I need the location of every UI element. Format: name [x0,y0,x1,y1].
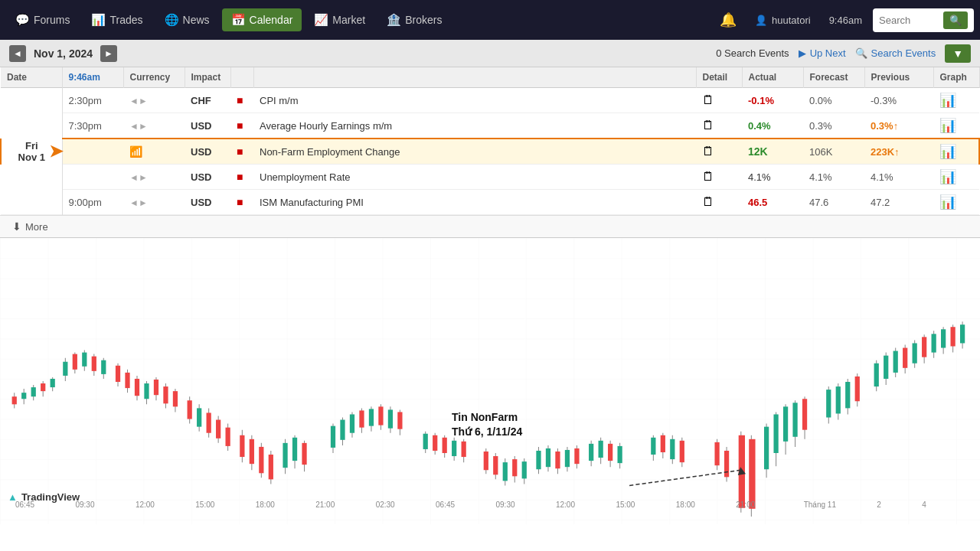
bell-icon[interactable]: 🔔 [712,11,744,28]
svg-rect-159 [922,337,926,357]
table-row: ◄► USD ■ Unemployment Rate 🗒 4.1% 4.1% 4… [1,165,979,190]
svg-rect-21 [101,360,106,374]
actual-cell: 12K [742,139,803,165]
svg-rect-157 [913,343,917,363]
forecast-cell: 106K [803,139,864,165]
col-forecast: Forecast [803,67,864,88]
svg-rect-123 [714,442,719,465]
currency-cell: USD [185,113,230,139]
more-button[interactable]: ⬇ More [0,215,980,237]
svg-rect-79 [433,435,437,451]
svg-rect-9 [41,383,45,391]
forums-label: Forums [34,14,70,26]
current-event-arrow: ➤ [49,142,63,161]
svg-rect-109 [599,441,603,458]
search-input[interactable] [879,15,940,26]
events-table: Date 9:46am Currency Impact Detail Actua… [0,67,980,215]
svg-rect-147 [855,377,860,401]
svg-rect-43 [216,420,220,439]
graph-cell[interactable]: 📊 [933,139,979,165]
detail-cell[interactable]: 🗒 [696,139,742,165]
svg-rect-129 [749,439,755,509]
search-button[interactable]: 🔍 [943,11,968,29]
svg-rect-97 [536,451,541,469]
graph-cell[interactable]: 📊 [933,190,979,215]
event-time: 9:00pm [62,190,123,215]
svg-rect-51 [259,447,263,473]
svg-rect-131 [764,427,769,470]
previous-cell: 4.1% [864,165,933,190]
svg-rect-65 [350,414,354,432]
calendar-label: Calendar [250,14,293,26]
actual-cell: 0.4% [742,113,803,139]
svg-rect-17 [82,353,87,367]
impact-cell: ■ [230,165,253,190]
svg-rect-95 [522,461,527,478]
actual-cell: 4.1% [742,165,803,190]
svg-rect-161 [932,334,936,352]
up-next-button[interactable]: ▶ Up Next [799,47,846,59]
svg-rect-101 [555,452,560,468]
graph-cell[interactable]: 📊 [933,113,979,139]
svg-rect-37 [188,400,192,419]
chart-area: TRADEPTKT.COM DXY · 15 · TVC R v 2 USD 1… [0,237,980,524]
svg-rect-41 [207,412,211,432]
prev-date-button[interactable]: ◄ [9,45,26,62]
calendar-date-label: Nov 1, 2024 [34,47,93,60]
impact-cell: ■ [230,139,253,165]
detail-cell[interactable]: 🗒 [696,165,742,190]
search-events-button[interactable]: 🔍 Search Events [855,47,936,59]
filter-button[interactable]: ▼ [945,44,971,63]
detail-cell[interactable]: 🗒 [696,88,742,113]
detail-cell[interactable]: 🗒 [696,190,742,215]
detail-cell[interactable]: 🗒 [696,113,742,139]
user-avatar-icon: 👤 [755,15,767,26]
impact-cell: ■ [230,190,253,215]
graph-cell[interactable]: 📊 [933,88,979,113]
brokers-icon: 🏦 [387,13,401,27]
nav-item-brokers[interactable]: 🏦 Brokers [377,8,451,31]
svg-rect-57 [292,438,297,461]
news-icon: 🌐 [165,13,179,27]
nav-item-forums[interactable]: 💬 Forums [6,8,79,31]
table-row: Fri Nov 1 2:30pm ◄► CHF ■ CPI m/m 🗒 -0.1… [1,88,979,113]
event-time [62,165,123,190]
svg-rect-7 [31,387,36,396]
svg-rect-13 [63,362,67,376]
nav-item-market[interactable]: 📈 Market [305,8,374,31]
more-label: More [25,221,48,233]
event-time: ➤ [62,139,123,165]
impact-cell: ■ [230,88,253,113]
nav-item-calendar[interactable]: 📅 Calendar [222,8,302,31]
svg-rect-87 [484,452,488,470]
col-detail: Detail [696,67,742,88]
svg-rect-75 [397,412,402,429]
candlestick-chart [0,238,980,524]
calendar-header: ◄ Nov 1, 2024 ► 0 Search Events ▶ Up Nex… [0,40,980,67]
nav-item-trades[interactable]: 📊 Trades [82,8,152,31]
more-arrow-icon: ⬇ [12,220,21,233]
current-time: 9:46am [822,15,870,26]
svg-rect-55 [283,443,287,468]
event-name: ISM Manufacturing PMI [253,190,696,215]
currency-cell: USD [185,190,230,215]
user-account[interactable]: 👤 huutatori [747,15,818,26]
svg-rect-167 [960,324,965,343]
svg-rect-35 [173,391,178,406]
event-name: Unemployment Rate [253,165,696,190]
forecast-cell: 47.6 [803,190,864,215]
svg-rect-111 [608,444,612,461]
svg-rect-61 [331,426,335,448]
sound-icon-cell: ◄► [123,190,185,215]
svg-rect-11 [51,379,55,387]
forecast-cell: 0.0% [803,88,864,113]
nav-item-news[interactable]: 🌐 News [155,8,219,31]
actual-cell: -0.1% [742,88,803,113]
events-table-wrapper: Date 9:46am Currency Impact Detail Actua… [0,67,980,237]
svg-rect-3 [12,396,17,404]
previous-cell: 47.2 [864,190,933,215]
next-date-button[interactable]: ► [100,45,117,62]
svg-rect-107 [589,444,593,461]
svg-rect-155 [903,348,907,368]
graph-cell[interactable]: 📊 [933,165,979,190]
